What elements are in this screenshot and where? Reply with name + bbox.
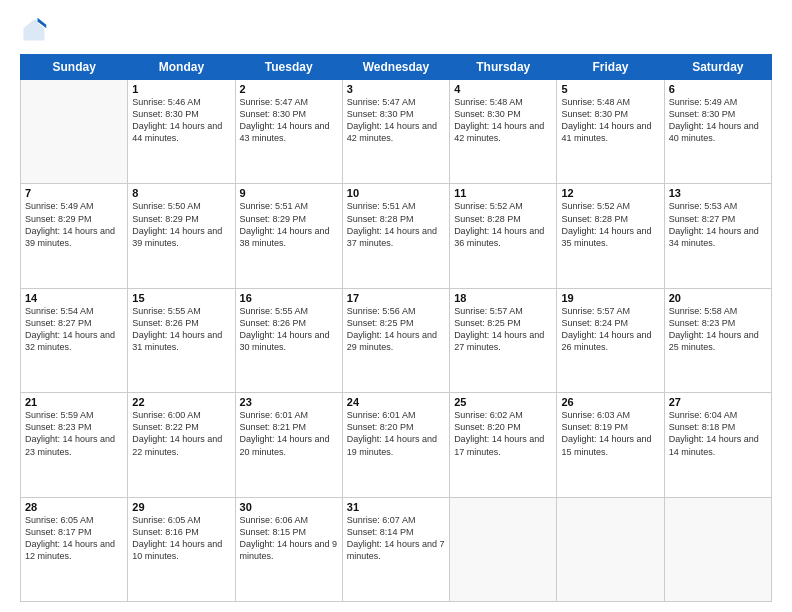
calendar-cell [664,497,771,601]
day-number: 31 [347,501,445,513]
calendar-cell: 14Sunrise: 5:54 AMSunset: 8:27 PMDayligh… [21,288,128,392]
calendar-week-4: 21Sunrise: 5:59 AMSunset: 8:23 PMDayligh… [21,393,772,497]
day-number: 19 [561,292,659,304]
calendar-cell: 8Sunrise: 5:50 AMSunset: 8:29 PMDaylight… [128,184,235,288]
day-number: 9 [240,187,338,199]
calendar-page: Sunday Monday Tuesday Wednesday Thursday… [0,0,792,612]
cell-info: Sunrise: 6:05 AMSunset: 8:16 PMDaylight:… [132,514,230,563]
cell-info: Sunrise: 6:00 AMSunset: 8:22 PMDaylight:… [132,409,230,458]
calendar-cell: 25Sunrise: 6:02 AMSunset: 8:20 PMDayligh… [450,393,557,497]
calendar-cell: 3Sunrise: 5:47 AMSunset: 8:30 PMDaylight… [342,80,449,184]
col-thursday: Thursday [450,55,557,80]
cell-info: Sunrise: 5:49 AMSunset: 8:29 PMDaylight:… [25,200,123,249]
cell-info: Sunrise: 5:47 AMSunset: 8:30 PMDaylight:… [347,96,445,145]
day-number: 17 [347,292,445,304]
day-number: 23 [240,396,338,408]
cell-info: Sunrise: 5:47 AMSunset: 8:30 PMDaylight:… [240,96,338,145]
cell-info: Sunrise: 6:06 AMSunset: 8:15 PMDaylight:… [240,514,338,563]
calendar-cell: 26Sunrise: 6:03 AMSunset: 8:19 PMDayligh… [557,393,664,497]
calendar-cell: 16Sunrise: 5:55 AMSunset: 8:26 PMDayligh… [235,288,342,392]
calendar-cell: 23Sunrise: 6:01 AMSunset: 8:21 PMDayligh… [235,393,342,497]
col-saturday: Saturday [664,55,771,80]
day-number: 24 [347,396,445,408]
day-number: 12 [561,187,659,199]
calendar-cell [450,497,557,601]
cell-info: Sunrise: 5:55 AMSunset: 8:26 PMDaylight:… [132,305,230,354]
cell-info: Sunrise: 5:49 AMSunset: 8:30 PMDaylight:… [669,96,767,145]
day-number: 6 [669,83,767,95]
calendar-cell: 28Sunrise: 6:05 AMSunset: 8:17 PMDayligh… [21,497,128,601]
calendar-cell: 22Sunrise: 6:00 AMSunset: 8:22 PMDayligh… [128,393,235,497]
cell-info: Sunrise: 5:46 AMSunset: 8:30 PMDaylight:… [132,96,230,145]
calendar-cell [557,497,664,601]
cell-info: Sunrise: 5:52 AMSunset: 8:28 PMDaylight:… [454,200,552,249]
calendar-cell: 1Sunrise: 5:46 AMSunset: 8:30 PMDaylight… [128,80,235,184]
cell-info: Sunrise: 6:05 AMSunset: 8:17 PMDaylight:… [25,514,123,563]
calendar-week-3: 14Sunrise: 5:54 AMSunset: 8:27 PMDayligh… [21,288,772,392]
col-friday: Friday [557,55,664,80]
calendar-cell: 30Sunrise: 6:06 AMSunset: 8:15 PMDayligh… [235,497,342,601]
calendar-cell: 21Sunrise: 5:59 AMSunset: 8:23 PMDayligh… [21,393,128,497]
calendar-cell: 12Sunrise: 5:52 AMSunset: 8:28 PMDayligh… [557,184,664,288]
day-number: 1 [132,83,230,95]
calendar-cell: 15Sunrise: 5:55 AMSunset: 8:26 PMDayligh… [128,288,235,392]
calendar-cell: 11Sunrise: 5:52 AMSunset: 8:28 PMDayligh… [450,184,557,288]
calendar-cell: 29Sunrise: 6:05 AMSunset: 8:16 PMDayligh… [128,497,235,601]
calendar-cell: 18Sunrise: 5:57 AMSunset: 8:25 PMDayligh… [450,288,557,392]
day-number: 16 [240,292,338,304]
cell-info: Sunrise: 5:55 AMSunset: 8:26 PMDaylight:… [240,305,338,354]
calendar-cell: 19Sunrise: 5:57 AMSunset: 8:24 PMDayligh… [557,288,664,392]
cell-info: Sunrise: 5:51 AMSunset: 8:29 PMDaylight:… [240,200,338,249]
cell-info: Sunrise: 5:57 AMSunset: 8:25 PMDaylight:… [454,305,552,354]
calendar-table: Sunday Monday Tuesday Wednesday Thursday… [20,54,772,602]
cell-info: Sunrise: 5:48 AMSunset: 8:30 PMDaylight:… [454,96,552,145]
day-number: 14 [25,292,123,304]
calendar-cell: 7Sunrise: 5:49 AMSunset: 8:29 PMDaylight… [21,184,128,288]
calendar-cell: 17Sunrise: 5:56 AMSunset: 8:25 PMDayligh… [342,288,449,392]
day-number: 28 [25,501,123,513]
logo-icon [20,16,48,44]
day-number: 2 [240,83,338,95]
day-number: 10 [347,187,445,199]
cell-info: Sunrise: 6:03 AMSunset: 8:19 PMDaylight:… [561,409,659,458]
cell-info: Sunrise: 6:01 AMSunset: 8:21 PMDaylight:… [240,409,338,458]
day-number: 21 [25,396,123,408]
cell-info: Sunrise: 5:54 AMSunset: 8:27 PMDaylight:… [25,305,123,354]
cell-info: Sunrise: 6:02 AMSunset: 8:20 PMDaylight:… [454,409,552,458]
calendar-cell: 24Sunrise: 6:01 AMSunset: 8:20 PMDayligh… [342,393,449,497]
cell-info: Sunrise: 5:48 AMSunset: 8:30 PMDaylight:… [561,96,659,145]
logo [20,16,52,44]
day-number: 18 [454,292,552,304]
calendar-cell [21,80,128,184]
day-number: 13 [669,187,767,199]
calendar-cell: 5Sunrise: 5:48 AMSunset: 8:30 PMDaylight… [557,80,664,184]
col-monday: Monday [128,55,235,80]
day-number: 15 [132,292,230,304]
cell-info: Sunrise: 5:59 AMSunset: 8:23 PMDaylight:… [25,409,123,458]
day-number: 26 [561,396,659,408]
cell-info: Sunrise: 5:53 AMSunset: 8:27 PMDaylight:… [669,200,767,249]
cell-info: Sunrise: 6:07 AMSunset: 8:14 PMDaylight:… [347,514,445,563]
cell-info: Sunrise: 6:01 AMSunset: 8:20 PMDaylight:… [347,409,445,458]
header [20,16,772,44]
day-number: 3 [347,83,445,95]
day-number: 30 [240,501,338,513]
calendar-week-2: 7Sunrise: 5:49 AMSunset: 8:29 PMDaylight… [21,184,772,288]
day-number: 8 [132,187,230,199]
col-tuesday: Tuesday [235,55,342,80]
day-number: 29 [132,501,230,513]
col-sunday: Sunday [21,55,128,80]
calendar-week-1: 1Sunrise: 5:46 AMSunset: 8:30 PMDaylight… [21,80,772,184]
calendar-cell: 20Sunrise: 5:58 AMSunset: 8:23 PMDayligh… [664,288,771,392]
day-number: 27 [669,396,767,408]
day-number: 5 [561,83,659,95]
calendar-cell: 31Sunrise: 6:07 AMSunset: 8:14 PMDayligh… [342,497,449,601]
day-number: 25 [454,396,552,408]
calendar-cell: 13Sunrise: 5:53 AMSunset: 8:27 PMDayligh… [664,184,771,288]
cell-info: Sunrise: 5:50 AMSunset: 8:29 PMDaylight:… [132,200,230,249]
col-wednesday: Wednesday [342,55,449,80]
calendar-header-row: Sunday Monday Tuesday Wednesday Thursday… [21,55,772,80]
cell-info: Sunrise: 5:57 AMSunset: 8:24 PMDaylight:… [561,305,659,354]
calendar-cell: 4Sunrise: 5:48 AMSunset: 8:30 PMDaylight… [450,80,557,184]
calendar-cell: 27Sunrise: 6:04 AMSunset: 8:18 PMDayligh… [664,393,771,497]
